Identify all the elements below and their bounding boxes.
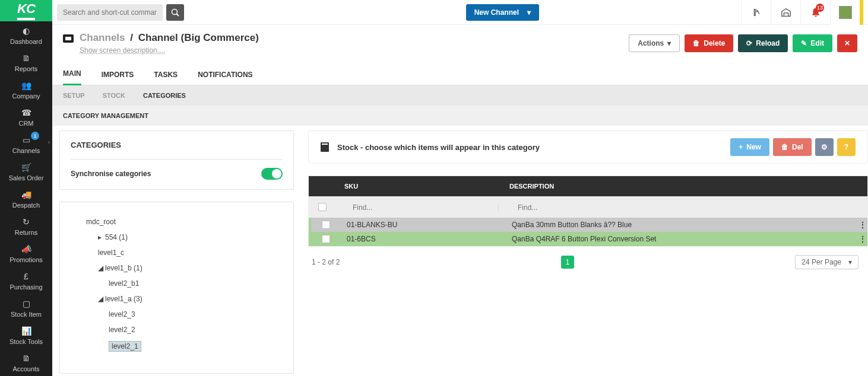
table-header: SKU DESCRIPTION bbox=[309, 176, 867, 196]
sidebar-item-accounts[interactable]: 🗎Accounts bbox=[0, 349, 52, 376]
main-tabs: MAIN IMPORTS TASKS NOTIFICATIONS bbox=[52, 64, 868, 85]
despatch-icon: 🚚 bbox=[21, 190, 31, 199]
tree-node-level1b[interactable]: ◢level1_b (1) bbox=[68, 260, 285, 276]
row-sku: 01-6BCS bbox=[338, 235, 505, 243]
chevron-down-icon: ▾ bbox=[848, 258, 852, 266]
sidebar-item-promotions[interactable]: 📣Promotions bbox=[0, 240, 52, 267]
trash-icon: 🗑 bbox=[781, 143, 788, 151]
new-channel-button[interactable]: New Channel ▾ bbox=[466, 4, 539, 21]
sidebar-item-purchasing[interactable]: £Purchasing bbox=[0, 267, 52, 294]
sidebar-item-returns[interactable]: ↻Returns bbox=[0, 212, 52, 240]
table-row[interactable]: 01-BLANKS-BU QanBa 30mm Button Blanks â?… bbox=[309, 218, 867, 232]
help-button[interactable]: ? bbox=[837, 138, 856, 156]
crm-icon: ☎ bbox=[21, 108, 31, 117]
select-all-checkbox[interactable] bbox=[318, 203, 327, 211]
sync-toggle[interactable] bbox=[261, 168, 283, 180]
sidebar: KC ◐Dashboard 🗎Reports 👥Company ☎CRM ▭1›… bbox=[0, 0, 52, 376]
stockitem-icon: ▢ bbox=[23, 299, 30, 308]
categories-title: CATEGORIES bbox=[71, 141, 283, 149]
stocktools-icon: 📊 bbox=[21, 326, 31, 336]
filter-sku-input[interactable] bbox=[344, 203, 499, 212]
tab-imports[interactable]: IMPORTS bbox=[102, 64, 134, 85]
row-desc: QanBa 30mm Button Blanks â?? Blue bbox=[505, 221, 859, 229]
settings-button[interactable]: ⚙ bbox=[815, 138, 834, 156]
svg-line-1 bbox=[177, 14, 179, 16]
chevron-down-icon: ▾ bbox=[667, 39, 671, 47]
sidebar-item-stocktools[interactable]: 📊Stock Tools bbox=[0, 321, 52, 349]
edit-button[interactable]: ✎Edit bbox=[793, 34, 832, 52]
row-checkbox[interactable] bbox=[322, 235, 330, 243]
reload-icon: ⟳ bbox=[746, 39, 752, 47]
subtab-categories[interactable]: CATEGORIES bbox=[143, 92, 186, 99]
del-button[interactable]: 🗑Del bbox=[773, 138, 812, 156]
sidebar-item-despatch[interactable]: 🚚Despatch bbox=[0, 185, 52, 212]
close-icon: ✕ bbox=[844, 39, 850, 47]
sync-label: Synchronise categories bbox=[71, 170, 151, 178]
notif-badge: 13 bbox=[816, 4, 824, 12]
sidebar-item-stockitem[interactable]: ▢Stock Item bbox=[0, 294, 52, 321]
purchasing-icon: £ bbox=[24, 272, 28, 281]
accounts-icon: 🗎 bbox=[22, 353, 30, 363]
svg-point-0 bbox=[172, 9, 178, 14]
beacon-button[interactable] bbox=[741, 0, 771, 25]
actions-button[interactable]: Actions▾ bbox=[629, 34, 680, 52]
row-checkbox[interactable] bbox=[322, 221, 330, 229]
tab-main[interactable]: MAIN bbox=[63, 64, 81, 85]
beacon-icon bbox=[751, 7, 762, 18]
channel-icon bbox=[63, 34, 74, 43]
row-sku: 01-BLANKS-BU bbox=[338, 221, 505, 229]
expanded-icon: ◢ bbox=[98, 264, 104, 272]
row-menu-icon[interactable]: ⋮ bbox=[859, 221, 867, 229]
tree-node-554[interactable]: ▸554 (1) bbox=[68, 230, 285, 245]
stock-panel: Stock - choose which items will appear i… bbox=[308, 130, 868, 376]
reload-button[interactable]: ⟳Reload bbox=[738, 34, 788, 52]
breadcrumb: Channels / Channel (Big Commerce) bbox=[80, 32, 259, 44]
tree-root[interactable]: mdc_root bbox=[68, 214, 285, 230]
tab-notifications[interactable]: NOTIFICATIONS bbox=[198, 64, 252, 85]
sidebar-item-company[interactable]: 👥Company bbox=[0, 76, 52, 103]
sidebar-item-dashboard[interactable]: ◐Dashboard bbox=[0, 21, 52, 49]
gear-icon: ⚙ bbox=[821, 143, 828, 151]
delete-button[interactable]: 🗑Delete bbox=[685, 34, 733, 52]
sidebar-item-salesorder[interactable]: 🛒Sales Order bbox=[0, 158, 52, 185]
pagination-info: 1 - 2 of 2 bbox=[312, 258, 340, 266]
row-menu-icon[interactable]: ⋮ bbox=[859, 235, 867, 243]
tab-tasks[interactable]: TASKS bbox=[154, 64, 178, 85]
tree-node-level21[interactable]: level2_1 bbox=[68, 337, 285, 355]
tree-node-level23[interactable]: level2_3 bbox=[68, 307, 285, 322]
subtab-setup[interactable]: SETUP bbox=[63, 92, 85, 99]
per-page-select[interactable]: 24 Per Page▾ bbox=[795, 255, 859, 269]
col-sku[interactable]: SKU bbox=[336, 183, 502, 190]
tree-node-level22[interactable]: level2_2 bbox=[68, 322, 285, 337]
stock-title: Stock - choose which items will appear i… bbox=[337, 143, 540, 152]
chevron-down-icon: ▾ bbox=[527, 8, 531, 17]
notifications-button[interactable]: 13 bbox=[800, 0, 830, 25]
screen-description-link[interactable]: Show screen description.... bbox=[80, 46, 259, 55]
tree-node-level1a[interactable]: ◢level1_a (3) bbox=[68, 291, 285, 307]
tree-node-level2b1[interactable]: level2_b1 bbox=[68, 276, 285, 291]
channels-badge: 1 bbox=[31, 132, 39, 140]
filter-desc-input[interactable] bbox=[509, 203, 867, 212]
search-input[interactable] bbox=[57, 4, 163, 21]
table-row[interactable]: 01-6BCS QanBa Q4RAF 6 Button Plexi Conve… bbox=[309, 232, 867, 246]
sub-tabs-secondary: CATEGORY MANAGEMENT bbox=[52, 106, 868, 126]
breadcrumb-root[interactable]: Channels bbox=[80, 32, 125, 43]
search-icon bbox=[171, 8, 179, 17]
new-button[interactable]: +New bbox=[730, 138, 769, 156]
sidebar-item-channels[interactable]: ▭1›Channels bbox=[0, 130, 52, 158]
tree-node-level1c[interactable]: level1_c bbox=[68, 245, 285, 260]
header: Channels / Channel (Big Commerce) Show s… bbox=[52, 25, 868, 64]
returns-icon: ↻ bbox=[23, 217, 30, 227]
page-number[interactable]: 1 bbox=[561, 256, 574, 269]
warehouse-button[interactable] bbox=[771, 0, 800, 25]
search-button[interactable] bbox=[166, 4, 184, 21]
subtab-cat-mgmt[interactable]: CATEGORY MANAGEMENT bbox=[63, 112, 148, 119]
user-avatar[interactable] bbox=[830, 0, 860, 25]
col-description[interactable]: DESCRIPTION bbox=[502, 183, 859, 190]
categories-panel: CATEGORIES Synchronise categories mdc_ro… bbox=[59, 130, 294, 376]
logo[interactable]: KC bbox=[0, 0, 52, 21]
sidebar-item-reports[interactable]: 🗎Reports bbox=[0, 49, 52, 76]
subtab-stock[interactable]: STOCK bbox=[103, 92, 125, 99]
close-button[interactable]: ✕ bbox=[837, 34, 857, 52]
sidebar-item-crm[interactable]: ☎CRM bbox=[0, 103, 52, 130]
